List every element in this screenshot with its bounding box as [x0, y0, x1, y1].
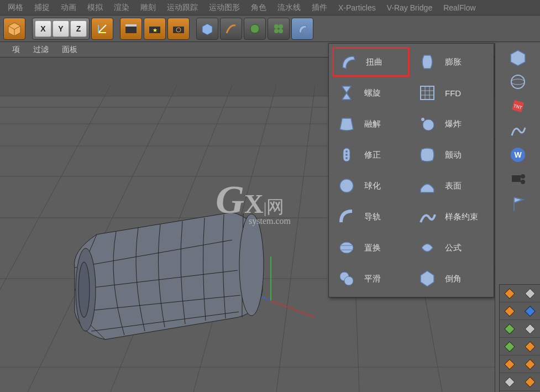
svg-point-50 — [345, 154, 348, 156]
submenu-filter[interactable]: 过滤 — [27, 45, 55, 55]
jiggle-icon — [416, 144, 438, 166]
menu-mograph[interactable]: 运动图形 — [203, 3, 245, 13]
clapboard-star-icon: ★ — [148, 23, 161, 34]
menu-pipeline[interactable]: 流水线 — [272, 3, 306, 13]
swatch-row-5[interactable] — [500, 373, 540, 391]
svg-point-51 — [345, 157, 348, 159]
svg-point-12 — [250, 24, 259, 33]
swatch-row-3[interactable] — [500, 338, 540, 356]
generator-button[interactable] — [268, 18, 290, 40]
explosion-icon — [416, 113, 438, 135]
palette-sphere[interactable] — [507, 71, 529, 93]
nurbs-button[interactable] — [244, 18, 266, 40]
bend-icon — [296, 22, 309, 35]
svg-point-16 — [279, 29, 283, 33]
menu-bar: 网格 捕捉 动画 模拟 渲染 雕刻 运动跟踪 运动图形 角色 流水线 插件 X-… — [0, 0, 540, 15]
palette-curve[interactable] — [507, 119, 529, 142]
deformer-displace[interactable]: 置换 — [332, 233, 410, 263]
deformer-bulge[interactable]: 膨胀 — [413, 47, 490, 77]
cube-primitive-button[interactable] — [3, 18, 25, 40]
menu-snap[interactable]: 捕捉 — [29, 3, 55, 13]
svg-rect-6 — [125, 24, 137, 27]
svg-point-52 — [340, 179, 353, 192]
palette-cube[interactable] — [507, 46, 529, 69]
menu-realflow[interactable]: RealFlow — [438, 3, 481, 12]
spherify-icon — [335, 175, 358, 197]
deformer-twist[interactable]: 螺旋 — [332, 78, 410, 108]
deformer-spline-wrap[interactable]: 样条约束 — [413, 202, 490, 232]
render-region-button[interactable]: ★ — [144, 18, 166, 40]
deformer-formula[interactable]: 公式 — [413, 233, 490, 263]
axis-y-button[interactable]: Y — [53, 20, 69, 37]
submenu-panel[interactable]: 面板 — [55, 45, 84, 55]
deformer-button[interactable] — [291, 18, 313, 40]
menu-motiontrack[interactable]: 运动跟踪 — [161, 3, 203, 13]
swatch-row-4[interactable] — [500, 356, 540, 373]
svg-point-67 — [521, 174, 525, 179]
deformer-rail[interactable]: 导轨 — [332, 202, 410, 232]
axis-z-button[interactable]: Z — [70, 20, 87, 37]
deformer-bevel[interactable]: 倒角 — [413, 264, 490, 294]
svg-line-2 — [98, 25, 106, 33]
svg-text:★: ★ — [153, 27, 158, 33]
deformer-jiggle[interactable]: 颤动 — [413, 140, 490, 170]
axis-icon — [96, 23, 108, 35]
cube-icon — [7, 22, 22, 36]
menu-xparticles[interactable]: X-Particles — [333, 3, 381, 12]
deformer-ffd[interactable]: FFD — [413, 78, 490, 108]
svg-text:W: W — [514, 150, 522, 159]
svg-point-46 — [423, 119, 434, 130]
deformer-surface[interactable]: 表面 — [413, 171, 490, 201]
menu-mesh[interactable]: 网格 — [2, 3, 29, 13]
bevel-icon — [416, 268, 438, 290]
svg-marker-59 — [511, 50, 525, 66]
palette-tnt[interactable]: TNT — [507, 95, 529, 117]
deformer-melt[interactable]: 融解 — [332, 109, 410, 139]
correction-icon — [335, 144, 358, 166]
menu-vray[interactable]: V-Ray Bridge — [381, 3, 438, 12]
palette-w[interactable]: W — [507, 144, 529, 166]
svg-point-53 — [340, 242, 353, 253]
menu-simulate[interactable]: 模拟 — [82, 3, 108, 13]
menu-sculpt[interactable]: 雕刻 — [135, 3, 161, 13]
menu-character[interactable]: 角色 — [245, 3, 272, 13]
svg-rect-5 — [125, 27, 137, 33]
deformer-dropdown: 扭曲 膨胀 螺旋 FFD 融解 爆炸 修正 颤动 球化 表面 导轨 样 — [328, 43, 494, 297]
swatch-row-0[interactable] — [500, 285, 540, 302]
svg-line-23 — [276, 85, 315, 392]
svg-point-61 — [511, 79, 525, 85]
submenu-options[interactable]: 项 — [6, 45, 27, 55]
render-settings-button[interactable] — [167, 18, 190, 40]
melt-icon — [335, 113, 358, 135]
mesh-object[interactable] — [75, 212, 264, 339]
array-icon — [272, 22, 285, 35]
swatch-row-2[interactable] — [500, 320, 540, 338]
material-swatches — [499, 284, 540, 392]
spline-tool-button[interactable] — [220, 18, 242, 40]
ffd-icon — [416, 82, 438, 104]
coord-button[interactable] — [91, 18, 113, 40]
svg-line-35 — [271, 301, 315, 317]
svg-point-38 — [239, 214, 264, 316]
deformer-bend[interactable]: 扭曲 — [332, 47, 410, 77]
deformer-explosion[interactable]: 爆炸 — [413, 109, 490, 139]
bulge-icon — [416, 51, 438, 73]
render-button[interactable] — [120, 18, 142, 40]
pen-icon — [224, 22, 238, 35]
axis-x-button[interactable]: X — [35, 20, 51, 37]
deformer-correction[interactable]: 修正 — [332, 140, 410, 170]
palette-camera[interactable] — [507, 168, 529, 190]
svg-point-49 — [345, 150, 348, 153]
deformer-smooth[interactable]: 平滑 — [332, 264, 410, 294]
menu-plugins[interactable]: 插件 — [306, 3, 333, 13]
menu-render[interactable]: 渲染 — [108, 3, 135, 13]
smooth-icon — [335, 268, 358, 290]
cube-object-button[interactable] — [196, 18, 218, 40]
deformer-spherify[interactable]: 球化 — [332, 171, 410, 201]
swatch-row-1[interactable] — [500, 302, 540, 320]
svg-point-68 — [521, 180, 525, 184]
svg-marker-11 — [202, 24, 212, 35]
menu-animate[interactable]: 动画 — [55, 3, 82, 13]
displace-icon — [335, 237, 358, 259]
palette-flag[interactable] — [507, 192, 529, 215]
